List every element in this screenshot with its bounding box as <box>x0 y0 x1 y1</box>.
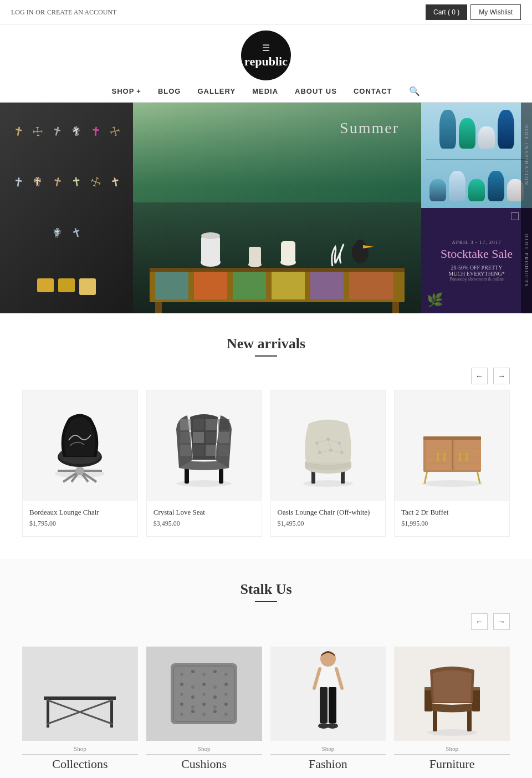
hero-grid: ✝ ☩ ✝ ✟ ✝ ☩ ✝ ✟ ✝ ✝ ☩ ✝ ✟ ✝ <box>0 103 532 313</box>
nav-contact[interactable]: CONTACT <box>354 87 392 95</box>
nav-blog[interactable]: BLOG <box>158 87 181 95</box>
cross-item: ✝ <box>8 120 28 145</box>
svg-rect-34 <box>193 419 204 430</box>
category-shop-label: Shop <box>146 745 262 755</box>
nav-about[interactable]: ABOUT US <box>295 87 337 95</box>
svg-rect-31 <box>219 468 223 484</box>
svg-rect-35 <box>206 419 217 430</box>
product-price: $1,795.00 <box>23 520 137 528</box>
stalk-carousel-next-button[interactable]: → <box>493 613 510 630</box>
category-card[interactable]: Shop Furniture <box>394 647 510 771</box>
logo[interactable]: ☰ republic <box>241 30 291 80</box>
svg-point-91 <box>213 670 217 673</box>
svg-rect-44 <box>218 445 229 456</box>
header: ☰ republic <box>0 25 532 80</box>
product-card[interactable]: Crystal Love Seat $3,495.00 <box>146 390 262 537</box>
vases-shelf <box>421 103 532 208</box>
cross-item: ✝ <box>105 170 126 195</box>
vase <box>459 118 475 149</box>
furniture-display <box>133 202 421 313</box>
hero-right-bottom-panel: APRIL 3 - 17, 2017 Stocktake Sale 20-50%… <box>421 208 532 313</box>
svg-rect-11 <box>201 236 220 263</box>
wishlist-button[interactable]: My Wishlist <box>470 4 521 20</box>
product-image <box>271 390 386 501</box>
checkbox-icon[interactable] <box>511 212 519 220</box>
product-price: $3,495.00 <box>147 520 262 528</box>
svg-rect-1 <box>150 268 405 272</box>
section-divider <box>255 355 277 357</box>
svg-point-89 <box>191 670 195 673</box>
category-card[interactable]: Shop Cushions <box>146 647 262 771</box>
category-name: Collections <box>52 757 108 771</box>
cross-item: ✝ <box>65 220 88 246</box>
svg-point-62 <box>422 480 483 487</box>
cart-button[interactable]: Cart ( 0 ) <box>426 4 467 20</box>
carousel-next-button[interactable]: → <box>493 368 510 384</box>
category-shop-label: Shop <box>394 745 510 755</box>
product-image <box>147 390 262 501</box>
category-shop-label: Shop <box>270 745 386 755</box>
product-card[interactable]: Tact 2 Dr Buffet $1,995.00 <box>394 390 510 537</box>
svg-rect-123 <box>424 688 432 711</box>
svg-point-97 <box>224 683 228 686</box>
stalk-carousel-prev-button[interactable]: ← <box>471 613 488 630</box>
hide-products-tab[interactable]: HIDE PRODUCTS <box>521 208 532 313</box>
product-card[interactable]: Oasis Lounge Chair (Off-white) $1,495.00 <box>270 390 386 537</box>
svg-rect-81 <box>44 696 116 700</box>
sale-title: Stocktake Sale <box>441 247 513 261</box>
summer-text: Summer <box>340 119 399 137</box>
svg-rect-5 <box>194 272 227 299</box>
product-name: Crystal Love Seat <box>147 508 262 517</box>
svg-rect-33 <box>180 419 191 430</box>
category-image <box>22 647 138 741</box>
svg-rect-6 <box>233 272 266 299</box>
product-image <box>395 390 509 501</box>
vase <box>468 179 485 201</box>
svg-rect-2 <box>155 302 162 313</box>
svg-point-26 <box>75 466 84 475</box>
menu-icon: ☰ <box>262 43 270 53</box>
pot-item <box>58 278 75 292</box>
svg-point-112 <box>224 713 228 716</box>
logo-text: republic <box>244 54 288 69</box>
top-bar-right: Cart ( 0 ) My Wishlist <box>426 4 521 20</box>
category-name: Fashion <box>309 757 347 771</box>
hero-section: ✝ ☩ ✝ ✟ ✝ ☩ ✝ ✟ ✝ ✝ ☩ ✝ ✟ ✝ <box>0 103 532 313</box>
furniture-svg <box>144 225 410 313</box>
svg-rect-14 <box>249 247 261 266</box>
sale-sub: Ponsonby showroom & online <box>449 277 504 282</box>
stalk-us-section: Stalk Us ← → Shop Collections <box>0 559 532 778</box>
svg-rect-67 <box>423 436 481 440</box>
category-card[interactable]: Shop Fashion <box>270 647 386 771</box>
hide-inspiration-tab[interactable]: HIDE INSPIRATION <box>521 103 532 208</box>
svg-point-96 <box>213 685 217 689</box>
svg-point-117 <box>327 723 338 729</box>
svg-rect-3 <box>392 302 399 313</box>
svg-rect-124 <box>472 688 480 711</box>
vase <box>498 110 514 149</box>
nav-shop[interactable]: SHOP + <box>111 87 141 95</box>
category-card[interactable]: Shop Collections <box>22 647 138 771</box>
search-icon[interactable]: 🔍 <box>409 86 421 96</box>
svg-point-90 <box>202 673 206 676</box>
tact-buffet-svg <box>413 401 491 490</box>
category-image <box>146 647 262 741</box>
category-shop-label: Shop <box>22 745 138 755</box>
svg-line-64 <box>477 471 480 484</box>
svg-point-106 <box>213 705 217 709</box>
svg-point-92 <box>224 673 228 676</box>
nav-media[interactable]: MEDIA <box>252 87 278 95</box>
product-card[interactable]: Bordeaux Lounge Chair $1,795.00 <box>22 390 138 537</box>
vase <box>478 126 495 149</box>
vase-row-bottom <box>424 171 529 201</box>
create-account-link[interactable]: CREATE AN ACCOUNT <box>47 8 116 17</box>
new-arrivals-title: New arrivals <box>11 335 521 352</box>
nav-gallery[interactable]: GALLERY <box>197 87 236 95</box>
svg-rect-43 <box>206 445 217 456</box>
svg-rect-38 <box>193 432 204 443</box>
login-link[interactable]: LOG IN <box>11 8 33 17</box>
svg-rect-4 <box>155 272 188 299</box>
carousel-prev-button[interactable]: ← <box>471 368 488 384</box>
cross-item: ☩ <box>104 119 126 145</box>
sale-discount: 20-50% OFF PRETTY MUCH EVERYTHING* <box>448 265 504 277</box>
